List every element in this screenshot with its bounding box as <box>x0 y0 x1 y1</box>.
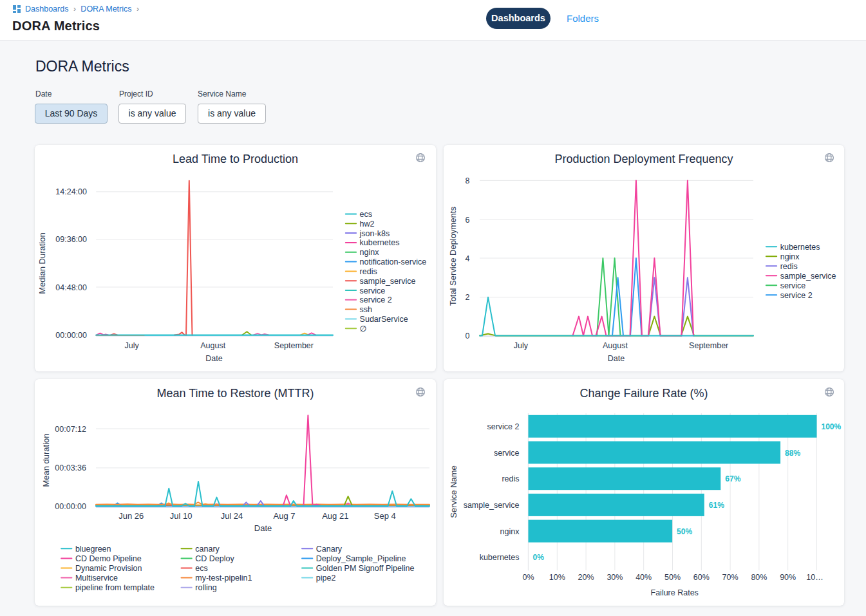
svg-text:10%: 10% <box>549 573 565 582</box>
svg-text:20%: 20% <box>578 573 594 582</box>
svg-text:40%: 40% <box>635 573 652 582</box>
svg-text:kubernetes: kubernetes <box>360 238 400 247</box>
svg-text:∅: ∅ <box>360 324 367 333</box>
svg-text:0%: 0% <box>533 553 545 562</box>
svg-text:Aug 7: Aug 7 <box>274 511 296 521</box>
svg-text:Date: Date <box>254 523 272 533</box>
svg-text:Date: Date <box>608 354 625 363</box>
svg-text:Golden PM Signoff Pipeline: Golden PM Signoff Pipeline <box>316 564 415 573</box>
svg-text:nginx: nginx <box>360 248 380 257</box>
svg-text:service 2: service 2 <box>360 295 392 304</box>
svg-text:kubernetes: kubernetes <box>780 243 820 252</box>
svg-text:redis: redis <box>502 474 519 483</box>
svg-text:sample_service: sample_service <box>464 501 520 510</box>
svg-text:pipe2: pipe2 <box>316 574 336 583</box>
svg-text:4: 4 <box>466 254 470 263</box>
svg-text:service: service <box>360 286 386 295</box>
svg-text:80%: 80% <box>751 573 767 582</box>
svg-text:Deploy_Sample_Pipeline: Deploy_Sample_Pipeline <box>316 554 406 563</box>
svg-text:September: September <box>689 341 728 350</box>
svg-text:bluegreen: bluegreen <box>75 545 111 554</box>
svg-text:70%: 70% <box>722 573 739 582</box>
svg-text:50%: 50% <box>677 527 692 536</box>
svg-text:Date: Date <box>205 354 222 363</box>
svg-text:August: August <box>200 341 225 350</box>
svg-text:service 2: service 2 <box>780 291 813 300</box>
svg-text:nginx: nginx <box>500 527 520 536</box>
svg-text:0: 0 <box>466 331 470 341</box>
svg-text:61%: 61% <box>709 501 724 510</box>
svg-text:hw2: hw2 <box>360 219 375 229</box>
svg-text:September: September <box>274 341 314 350</box>
svg-text:July: July <box>124 341 139 350</box>
svg-text:6: 6 <box>466 216 470 225</box>
svg-text:ssh: ssh <box>360 305 373 314</box>
svg-text:Multiservice: Multiservice <box>75 574 118 583</box>
svg-text:09:36:00: 09:36:00 <box>55 235 87 244</box>
svg-text:redis: redis <box>780 262 798 271</box>
svg-text:Sep 4: Sep 4 <box>374 511 396 521</box>
svg-text:service 2: service 2 <box>487 422 519 431</box>
svg-text:json-k8s: json-k8s <box>359 229 390 238</box>
svg-text:sample_service: sample_service <box>360 277 416 286</box>
svg-text:Median Duration: Median Duration <box>37 232 47 294</box>
svg-text:pipeline from template: pipeline from template <box>75 583 155 592</box>
svg-text:ecs: ecs <box>195 564 207 573</box>
svg-text:canary: canary <box>195 545 220 554</box>
svg-text:100%: 100% <box>822 422 842 431</box>
svg-text:60%: 60% <box>693 573 710 582</box>
svg-text:2: 2 <box>466 293 470 302</box>
svg-text:rolling: rolling <box>195 583 216 592</box>
svg-text:10…: 10… <box>806 573 823 582</box>
svg-text:Mean duration: Mean duration <box>41 433 51 487</box>
svg-text:service: service <box>780 281 806 290</box>
svg-text:sample_service: sample_service <box>780 272 836 281</box>
svg-text:Jul 24: Jul 24 <box>221 511 243 521</box>
svg-text:00:07:12: 00:07:12 <box>55 425 86 434</box>
svg-text:Canary: Canary <box>316 545 343 554</box>
svg-text:my-test-pipelin1: my-test-pipelin1 <box>195 574 252 583</box>
svg-text:Aug 21: Aug 21 <box>322 511 348 521</box>
svg-text:July: July <box>514 341 529 350</box>
svg-text:ecs: ecs <box>360 210 372 219</box>
svg-text:Jun 26: Jun 26 <box>118 511 144 521</box>
svg-text:SudarService: SudarService <box>360 315 408 324</box>
svg-text:67%: 67% <box>725 474 740 483</box>
svg-text:Jul 10: Jul 10 <box>170 511 193 521</box>
svg-text:kubernetes: kubernetes <box>480 553 520 562</box>
svg-text:00:00:00: 00:00:00 <box>55 331 87 340</box>
svg-text:Total Service Deployments: Total Service Deployments <box>448 207 458 306</box>
svg-text:90%: 90% <box>780 573 796 582</box>
svg-text:CD Demo Pipeline: CD Demo Pipeline <box>75 554 142 563</box>
svg-text:88%: 88% <box>785 449 800 458</box>
svg-text:Service Name: Service Name <box>449 465 458 518</box>
svg-text:00:03:36: 00:03:36 <box>55 463 86 472</box>
svg-text:CD Deploy: CD Deploy <box>195 554 234 563</box>
svg-text:30%: 30% <box>607 573 623 582</box>
svg-text:04:48:00: 04:48:00 <box>55 283 87 292</box>
svg-text:nginx: nginx <box>780 252 800 261</box>
svg-text:Dynamic Provision: Dynamic Provision <box>75 564 142 573</box>
svg-text:August: August <box>603 341 628 350</box>
svg-text:Failure Rates: Failure Rates <box>651 588 699 597</box>
svg-text:0%: 0% <box>522 573 534 582</box>
svg-text:8: 8 <box>466 176 470 185</box>
svg-text:redis: redis <box>360 267 377 276</box>
svg-text:50%: 50% <box>664 573 681 582</box>
svg-text:service: service <box>494 449 520 458</box>
svg-text:notification-service: notification-service <box>360 257 427 266</box>
svg-text:14:24:00: 14:24:00 <box>55 187 87 196</box>
svg-text:00:00:00: 00:00:00 <box>55 502 86 511</box>
